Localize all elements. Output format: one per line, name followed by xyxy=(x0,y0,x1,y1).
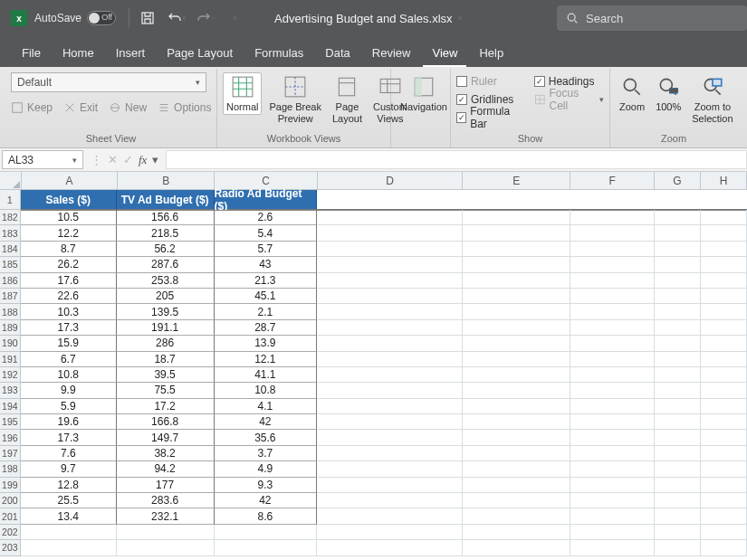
cell[interactable] xyxy=(655,525,701,540)
menu-view[interactable]: View xyxy=(423,40,466,67)
cell[interactable] xyxy=(317,352,463,367)
qat-customize-icon[interactable]: ▾ xyxy=(220,5,249,31)
page-layout-button[interactable]: Page Layout xyxy=(329,72,366,126)
cell[interactable] xyxy=(701,430,747,445)
col-header-E[interactable]: E xyxy=(463,172,570,190)
cell[interactable]: 25.5 xyxy=(21,493,117,508)
cell[interactable] xyxy=(701,320,747,336)
cell[interactable] xyxy=(570,336,655,351)
cell[interactable] xyxy=(463,257,570,272)
cell[interactable] xyxy=(463,242,570,257)
cell[interactable]: 177 xyxy=(117,478,215,493)
cell[interactable]: 42 xyxy=(215,414,318,430)
zoom-button[interactable]: Zoom xyxy=(616,72,648,115)
redo-icon[interactable]: ▾ xyxy=(191,5,220,31)
cell[interactable] xyxy=(570,383,655,398)
cell[interactable] xyxy=(655,461,701,477)
cell[interactable] xyxy=(463,225,570,241)
cell[interactable] xyxy=(463,525,570,540)
cell[interactable] xyxy=(570,304,655,319)
cell[interactable]: 283.6 xyxy=(117,493,215,508)
row-header[interactable]: 184 xyxy=(0,242,21,257)
col-header-H[interactable]: H xyxy=(701,172,747,190)
row-header[interactable]: 196 xyxy=(0,430,21,445)
cell[interactable] xyxy=(463,352,570,367)
cell[interactable]: 12.2 xyxy=(21,225,117,241)
cell[interactable]: 9.9 xyxy=(21,383,117,398)
cell[interactable] xyxy=(317,320,463,336)
page-break-preview-button[interactable]: Page Break Preview xyxy=(265,72,324,126)
cell[interactable]: 26.2 xyxy=(21,257,117,272)
cell[interactable]: 13.4 xyxy=(21,508,117,524)
cell[interactable]: 12.1 xyxy=(215,352,318,367)
cell[interactable]: 253.8 xyxy=(117,273,215,289)
cell[interactable] xyxy=(655,540,701,555)
cell[interactable]: 191.1 xyxy=(117,320,215,336)
cell[interactable]: 9.3 xyxy=(215,478,318,493)
cell[interactable]: 4.9 xyxy=(215,461,318,477)
cell[interactable] xyxy=(701,414,747,430)
cell[interactable]: 28.7 xyxy=(215,320,318,336)
cell[interactable] xyxy=(570,320,655,336)
cell[interactable] xyxy=(117,525,215,540)
cell[interactable] xyxy=(21,525,117,540)
cell[interactable] xyxy=(570,540,655,555)
cell[interactable]: 6.7 xyxy=(21,352,117,367)
cell[interactable] xyxy=(317,430,463,445)
row-header[interactable]: 188 xyxy=(0,304,21,319)
cell[interactable] xyxy=(317,525,463,540)
cell[interactable] xyxy=(463,446,570,461)
cell[interactable]: 43 xyxy=(215,257,318,272)
empty-header-cell[interactable] xyxy=(463,190,570,210)
cell[interactable]: 5.4 xyxy=(215,225,318,241)
cell[interactable] xyxy=(463,430,570,445)
cell[interactable] xyxy=(701,478,747,493)
row-header[interactable]: 185 xyxy=(0,257,21,272)
save-icon[interactable] xyxy=(133,5,162,31)
cell[interactable]: 19.6 xyxy=(21,414,117,430)
cell[interactable] xyxy=(21,540,117,555)
formula-bar-checkbox[interactable]: ✓Formula Bar xyxy=(456,109,525,127)
row-header[interactable]: 199 xyxy=(0,478,21,493)
formula-input[interactable] xyxy=(166,150,747,169)
cell[interactable] xyxy=(701,525,747,540)
col-header-A[interactable]: A xyxy=(22,172,118,190)
file-name[interactable]: Advertising Budget and Sales.xlsx ▾ xyxy=(274,12,463,25)
cell[interactable] xyxy=(463,399,570,414)
cell[interactable]: 166.8 xyxy=(117,414,215,430)
row-header-1[interactable]: 1 xyxy=(0,190,21,210)
cell[interactable] xyxy=(570,493,655,508)
cell[interactable]: 10.3 xyxy=(21,304,117,319)
cell[interactable]: 5.9 xyxy=(21,399,117,414)
row-header[interactable]: 186 xyxy=(0,273,21,289)
cell[interactable] xyxy=(463,289,570,304)
cell[interactable]: 12.8 xyxy=(21,478,117,493)
cell[interactable]: 139.5 xyxy=(117,304,215,319)
cell[interactable] xyxy=(655,304,701,319)
cell[interactable] xyxy=(655,242,701,257)
cell[interactable] xyxy=(655,399,701,414)
row-header[interactable]: 195 xyxy=(0,414,21,430)
cell[interactable] xyxy=(570,461,655,477)
cell[interactable]: 2.6 xyxy=(215,210,318,225)
fx-icon[interactable]: fx xyxy=(139,153,147,167)
cell[interactable]: 8.6 xyxy=(215,508,318,524)
col-header-B[interactable]: B xyxy=(118,172,215,190)
cell[interactable]: 17.3 xyxy=(21,320,117,336)
cell[interactable] xyxy=(655,336,701,351)
cell[interactable] xyxy=(701,367,747,383)
cell[interactable] xyxy=(317,273,463,289)
cell[interactable] xyxy=(701,352,747,367)
name-box[interactable]: AL33 ▾ xyxy=(2,150,83,169)
cell[interactable] xyxy=(317,289,463,304)
cell[interactable] xyxy=(317,225,463,241)
menu-file[interactable]: File xyxy=(13,40,50,67)
menu-home[interactable]: Home xyxy=(53,40,103,67)
cell[interactable] xyxy=(317,414,463,430)
row-header[interactable]: 182 xyxy=(0,210,21,225)
cell[interactable]: 17.3 xyxy=(21,430,117,445)
cell[interactable]: 42 xyxy=(215,493,318,508)
cell[interactable] xyxy=(570,210,655,225)
cell[interactable] xyxy=(570,430,655,445)
zoom-100-button[interactable]: 100 100% xyxy=(652,72,685,115)
